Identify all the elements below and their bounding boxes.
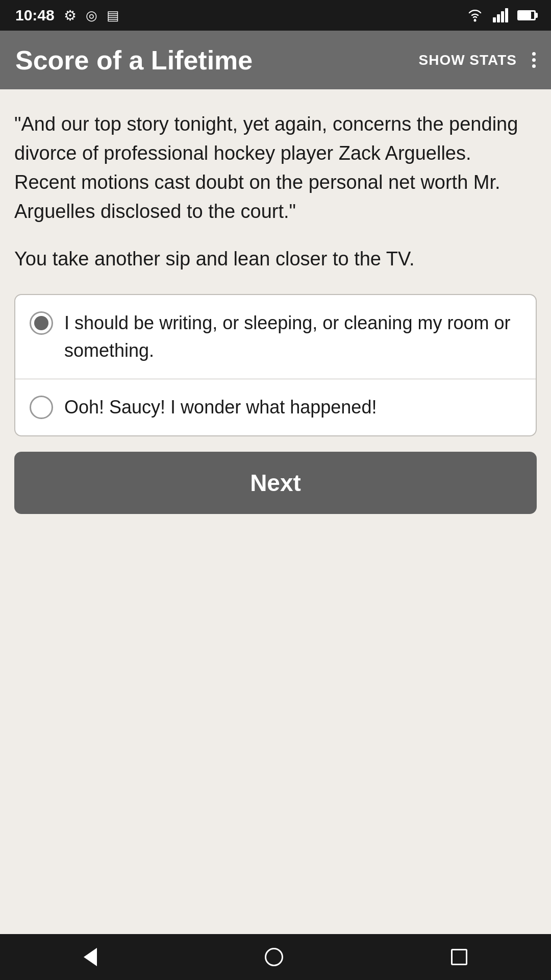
back-icon	[84, 948, 97, 966]
status-time: 10:48	[15, 7, 55, 24]
signal-icon	[493, 8, 509, 22]
more-vert-icon[interactable]	[532, 52, 536, 68]
battery-icon	[517, 10, 536, 20]
svg-rect-2	[497, 14, 500, 22]
radio-2[interactable]	[30, 396, 53, 419]
home-button[interactable]	[265, 948, 283, 966]
radio-1[interactable]	[30, 311, 53, 335]
home-icon	[265, 948, 283, 966]
content-area: "And our top story tonight, yet again, c…	[0, 89, 551, 934]
recent-icon	[451, 949, 467, 965]
next-button[interactable]: Next	[14, 452, 537, 514]
choice-1-text: I should be writing, or sleeping, or cle…	[64, 309, 521, 364]
wifi-icon	[465, 8, 485, 22]
show-stats-button[interactable]: SHOW STATS	[418, 52, 517, 68]
at-icon: ◎	[86, 8, 97, 23]
recent-button[interactable]	[451, 949, 467, 965]
choice-1[interactable]: I should be writing, or sleeping, or cle…	[15, 295, 536, 379]
status-bar-right	[465, 8, 536, 22]
status-bar-left: 10:48 ⚙ ◎ ▤	[15, 7, 119, 24]
svg-rect-1	[493, 17, 496, 22]
app-bar: Score of a Lifetime SHOW STATS	[0, 31, 551, 89]
choices-container: I should be writing, or sleeping, or cle…	[14, 294, 537, 436]
choice-2-text: Ooh! Saucy! I wonder what happened!	[64, 394, 521, 421]
svg-point-0	[474, 19, 477, 22]
back-button[interactable]	[84, 948, 97, 966]
choice-2[interactable]: Ooh! Saucy! I wonder what happened!	[15, 379, 536, 435]
svg-rect-4	[505, 8, 508, 22]
sim-icon: ▤	[107, 8, 119, 23]
app-title: Score of a Lifetime	[15, 45, 418, 76]
narrative-text: You take another sip and lean closer to …	[14, 244, 537, 274]
status-bar: 10:48 ⚙ ◎ ▤	[0, 0, 551, 31]
bottom-nav	[0, 934, 551, 980]
story-text: "And our top story tonight, yet again, c…	[14, 110, 537, 226]
radio-1-fill	[34, 316, 48, 330]
settings-icon: ⚙	[64, 7, 77, 24]
svg-rect-3	[501, 11, 504, 22]
radio-2-fill	[34, 400, 48, 414]
